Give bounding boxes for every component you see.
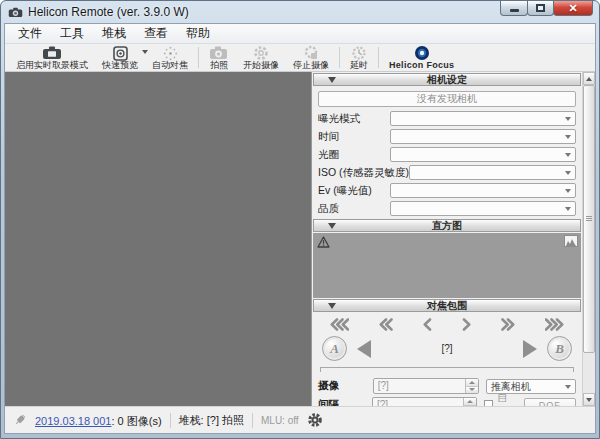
field-label: 光圈 (318, 148, 339, 162)
collapse-triangle-icon (328, 77, 336, 83)
point-b-button[interactable]: B (547, 336, 572, 361)
step-mid-right-icon[interactable] (501, 318, 515, 331)
chevron-down-icon (565, 171, 571, 175)
auto-interval-checkbox[interactable] (484, 400, 494, 407)
quick-preview-icon (113, 46, 128, 60)
stepper-value: [?] (374, 379, 465, 393)
chevron-up-icon (469, 381, 475, 384)
client-area: 文件 工具 堆栈 查看 帮助 启用实时取景模式 (4, 23, 596, 434)
stepper-down-button[interactable] (464, 406, 476, 407)
aperture-select[interactable] (390, 147, 576, 162)
stepper-up-button[interactable] (466, 379, 478, 387)
iso-select[interactable] (409, 165, 576, 180)
section-header-focus-bracketing[interactable]: 对焦包围 (313, 299, 581, 312)
stepper-up-button[interactable] (464, 398, 476, 406)
status-separator (170, 413, 171, 428)
histogram-display (313, 233, 581, 298)
menu-stack[interactable]: 堆栈 (93, 23, 135, 44)
step-small-right-icon[interactable] (462, 318, 471, 331)
chevron-down-icon (565, 385, 571, 389)
field-label: 曝光模式 (318, 112, 360, 126)
focus-range-slider[interactable] (320, 367, 574, 372)
toolbar-button-stop-video[interactable]: 停止摄像 (286, 44, 336, 71)
toolbar-button-timelapse[interactable]: 延时 (343, 44, 375, 71)
scroll-down-button[interactable] (583, 393, 595, 406)
take-photo-icon (209, 46, 229, 60)
field-row-quality: 品质 (318, 201, 576, 216)
shots-stepper[interactable]: [?] (373, 378, 479, 394)
direction-select[interactable]: 推离相机 (486, 379, 576, 394)
no-camera-found-button[interactable]: 没有发现相机 (318, 91, 576, 107)
main-area: 相机设定 没有发现相机 曝光模式 时间 (5, 72, 595, 406)
close-button[interactable]: ✕ (553, 1, 593, 16)
usb-connection-icon (13, 413, 27, 427)
maximize-button[interactable] (527, 1, 554, 16)
toolbar-button-quick-preview[interactable]: 快速预览 (95, 44, 145, 71)
combo-value: 推离相机 (487, 380, 575, 393)
toolbar-separator (198, 47, 199, 68)
toolbar-separator (339, 47, 340, 68)
scrollbar-grip-icon (586, 216, 592, 222)
status-bar: 2019.03.18 001: 0 图像(s) 堆栈: [?] 拍照 MLU: … (5, 406, 595, 433)
toolbar-button-start-video[interactable]: 开始摄像 (236, 44, 286, 71)
menu-view[interactable]: 查看 (135, 23, 177, 44)
camera-liveview-icon (42, 46, 62, 60)
mlu-status-text: MLU: off (261, 415, 299, 426)
histogram-mode-button[interactable] (564, 235, 578, 247)
panel-scrollbar[interactable] (582, 72, 595, 406)
toolbar-button-live-view[interactable]: 启用实时取景模式 (9, 44, 95, 71)
minimize-button[interactable] (500, 1, 528, 16)
toolbar-button-helicon-focus[interactable]: Helicon Focus (382, 44, 461, 71)
quality-select[interactable] (390, 201, 576, 216)
autofocus-icon (163, 46, 178, 60)
stepper-down-button[interactable] (466, 387, 478, 394)
toolbar-button-label: Helicon Focus (389, 60, 454, 70)
move-right-icon[interactable] (523, 340, 537, 358)
scrollbar-thumb[interactable] (583, 85, 595, 353)
shots-label: 摄像 (318, 379, 373, 393)
section-header-camera-settings[interactable]: 相机设定 (313, 73, 581, 86)
shutter-time-select[interactable] (390, 129, 576, 144)
collapse-triangle-icon (328, 303, 336, 309)
exposure-mode-select[interactable] (390, 111, 576, 126)
interval-stepper[interactable]: [?] (372, 397, 477, 406)
menu-bar: 文件 工具 堆栈 查看 帮助 (5, 24, 595, 44)
title-bar[interactable]: Helicon Remote (ver. 3.9.0 W) ✕ (1, 1, 599, 23)
collapse-triangle-icon (328, 223, 336, 229)
point-a-button[interactable]: A (322, 336, 347, 361)
stepper-buttons (465, 379, 478, 393)
step-far-right-icon[interactable] (545, 318, 564, 331)
chevron-up-icon (467, 400, 473, 403)
step-far-left-icon[interactable] (330, 318, 349, 331)
step-small-left-icon[interactable] (423, 318, 432, 331)
toolbar-separator (378, 47, 379, 68)
stepper-buttons (463, 398, 476, 406)
stop-video-icon (303, 46, 319, 60)
toolbar-button-autofocus[interactable]: 自动对焦 (145, 44, 195, 71)
settings-gear-icon[interactable] (307, 412, 323, 428)
section-header-histogram[interactable]: 直方图 (313, 219, 581, 232)
status-separator (252, 413, 253, 428)
toolbar-button-take-photo[interactable]: 拍照 (202, 44, 236, 71)
shots-row: 摄像 [?] 推离相机 (318, 378, 576, 394)
timelapse-icon (351, 46, 367, 60)
menu-tools[interactable]: 工具 (51, 23, 93, 44)
section-title: 直方图 (314, 220, 580, 231)
session-folder-link[interactable]: 2019.03.18 001 (35, 415, 111, 427)
section-title: 对焦包围 (314, 300, 580, 311)
toolbar-button-label: 延时 (350, 60, 368, 70)
menu-file[interactable]: 文件 (9, 23, 51, 44)
field-row-iso: ISO (传感器灵敏度) (318, 165, 576, 180)
toolbar-button-label: 停止摄像 (293, 60, 329, 70)
menu-help[interactable]: 帮助 (177, 23, 219, 44)
step-mid-left-icon[interactable] (379, 318, 393, 331)
window-title: Helicon Remote (ver. 3.9.0 W) (28, 5, 189, 19)
chevron-up-icon (586, 77, 592, 81)
dof-button[interactable]: DOF (524, 398, 576, 407)
stepper-value: [?] (373, 398, 463, 406)
field-label: 品质 (318, 202, 339, 216)
scroll-up-button[interactable] (583, 72, 595, 85)
interval-label: 间隔 (318, 398, 372, 406)
move-left-icon[interactable] (357, 340, 371, 358)
ev-select[interactable] (390, 183, 576, 198)
